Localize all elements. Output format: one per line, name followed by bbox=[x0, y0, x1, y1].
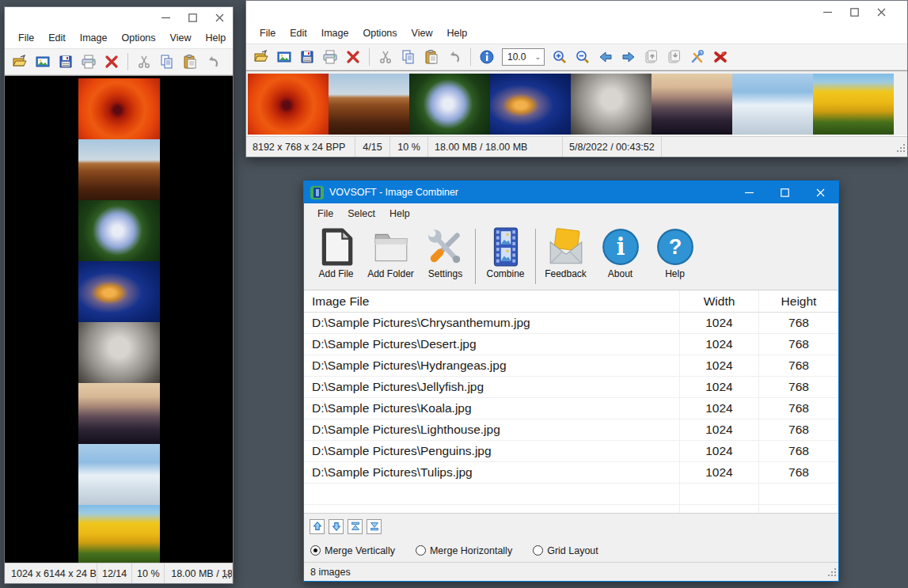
status-image-count: 8 images bbox=[304, 563, 357, 581]
table-row[interactable]: D:\Sample Pictures\Penguins.jpg 1024 768 bbox=[304, 441, 838, 462]
maximize-button[interactable] bbox=[841, 1, 868, 23]
status-index: 12/14 bbox=[97, 563, 132, 583]
close-button[interactable] bbox=[803, 181, 838, 203]
menu-view[interactable]: View bbox=[163, 29, 199, 47]
menu-image[interactable]: Image bbox=[73, 29, 115, 47]
column-header-image-file[interactable]: Image File bbox=[304, 290, 680, 312]
table-header-row[interactable]: Image File Width Height bbox=[304, 290, 838, 313]
radio-merge-vertically[interactable]: Merge Vertically bbox=[310, 545, 395, 556]
radio-merge-horizontally[interactable]: Merge Horizontally bbox=[416, 545, 512, 556]
table-row[interactable]: D:\Sample Pictures\Desert.jpg 1024 768 bbox=[304, 334, 838, 355]
delete-icon[interactable] bbox=[101, 51, 122, 72]
menu-edit[interactable]: Edit bbox=[41, 29, 73, 47]
menu-edit[interactable]: Edit bbox=[283, 25, 314, 42]
column-header-height[interactable]: Height bbox=[759, 290, 838, 312]
minimize-button[interactable] bbox=[152, 7, 179, 28]
undo-icon[interactable] bbox=[444, 47, 465, 67]
maximize-button[interactable] bbox=[767, 181, 803, 203]
maximize-button[interactable] bbox=[179, 7, 206, 28]
copy-icon[interactable] bbox=[157, 51, 177, 72]
add-folder-button[interactable]: Add Folder bbox=[363, 227, 418, 286]
open-icon[interactable] bbox=[9, 51, 30, 72]
menu-file[interactable]: File bbox=[310, 205, 340, 222]
toolbar-separator bbox=[127, 53, 128, 70]
move-to-top-button[interactable] bbox=[348, 519, 363, 534]
column-header-width[interactable]: Width bbox=[680, 290, 759, 312]
feedback-button[interactable]: Feedback bbox=[538, 227, 593, 286]
close-button[interactable] bbox=[868, 1, 895, 23]
move-to-bottom-button[interactable] bbox=[367, 519, 382, 534]
previous-image-icon[interactable] bbox=[595, 47, 616, 67]
copy-icon[interactable] bbox=[398, 47, 419, 67]
toolbar bbox=[5, 49, 233, 75]
status-index: 4/15 bbox=[355, 137, 390, 157]
slideshow-icon[interactable] bbox=[32, 51, 53, 72]
paste-icon[interactable] bbox=[421, 47, 442, 67]
resize-grip[interactable] bbox=[828, 568, 837, 579]
last-page-icon[interactable] bbox=[664, 47, 685, 67]
cut-icon[interactable] bbox=[134, 51, 154, 72]
thumbnail-penguins bbox=[78, 444, 160, 505]
print-icon[interactable] bbox=[78, 51, 99, 72]
table-row[interactable]: D:\Sample Pictures\Hydrangeas.jpg 1024 7… bbox=[304, 355, 838, 377]
merged-image-horizontal bbox=[248, 74, 907, 135]
info-icon[interactable] bbox=[477, 47, 497, 67]
print-icon[interactable] bbox=[320, 47, 340, 67]
help-button[interactable]: ? Help bbox=[648, 227, 702, 286]
titlebar[interactable] bbox=[5, 7, 233, 28]
radio-button-icon bbox=[533, 545, 543, 556]
combine-button[interactable]: Combine bbox=[478, 227, 533, 286]
minimize-button[interactable] bbox=[731, 181, 767, 203]
open-icon[interactable] bbox=[251, 47, 272, 67]
menu-file[interactable]: File bbox=[253, 25, 283, 42]
close-button[interactable] bbox=[206, 7, 233, 28]
image-canvas[interactable] bbox=[246, 70, 907, 136]
delete-icon[interactable] bbox=[343, 47, 363, 67]
add-file-button[interactable]: Add File bbox=[309, 227, 363, 286]
settings-button[interactable]: Settings bbox=[418, 227, 473, 286]
menu-help[interactable]: Help bbox=[198, 29, 233, 47]
cut-icon[interactable] bbox=[375, 47, 396, 67]
about-button[interactable]: i About bbox=[593, 227, 648, 286]
image-canvas[interactable] bbox=[5, 75, 233, 563]
first-page-icon[interactable] bbox=[641, 47, 662, 67]
titlebar[interactable]: VOVSOFT - Image Combiner bbox=[304, 181, 838, 203]
zoom-out-icon[interactable] bbox=[572, 47, 593, 67]
table-row[interactable]: D:\Sample Pictures\Tulips.jpg 1024 768 bbox=[304, 462, 838, 484]
menu-options[interactable]: Options bbox=[355, 25, 404, 42]
menu-help[interactable]: Help bbox=[382, 205, 417, 222]
menu-options[interactable]: Options bbox=[114, 29, 162, 47]
titlebar[interactable] bbox=[246, 1, 907, 23]
menu-select[interactable]: Select bbox=[340, 205, 382, 222]
table-row[interactable]: D:\Sample Pictures\Jellyfish.jpg 1024 76… bbox=[304, 377, 838, 398]
settings-tools-icon[interactable] bbox=[687, 47, 708, 67]
settings-icon bbox=[426, 227, 465, 267]
table-row[interactable]: D:\Sample Pictures\Chrysanthemum.jpg 102… bbox=[304, 313, 838, 334]
thumbnail-hydrangeas bbox=[409, 74, 490, 135]
zoom-level-combobox[interactable]: 10.0⌄ bbox=[502, 48, 545, 66]
menu-help[interactable]: Help bbox=[439, 25, 474, 42]
move-down-button[interactable] bbox=[329, 519, 344, 534]
thumbnail-lighthouse bbox=[652, 74, 732, 135]
table-row[interactable]: D:\Sample Pictures\Koala.jpg 1024 768 bbox=[304, 398, 838, 419]
save-icon[interactable] bbox=[55, 51, 76, 72]
save-icon[interactable] bbox=[297, 47, 317, 67]
resize-grip[interactable] bbox=[897, 144, 906, 155]
status-bar: 8 images bbox=[304, 562, 838, 581]
menu-file[interactable]: File bbox=[11, 29, 41, 47]
menu-image[interactable]: Image bbox=[314, 25, 356, 42]
paste-icon[interactable] bbox=[180, 51, 200, 72]
table-row[interactable]: D:\Sample Pictures\Lighthouse.jpg 1024 7… bbox=[304, 419, 838, 441]
undo-icon[interactable] bbox=[203, 51, 223, 72]
move-up-button[interactable] bbox=[310, 519, 325, 534]
radio-grid-layout[interactable]: Grid Layout bbox=[533, 545, 598, 556]
zoom-in-icon[interactable] bbox=[549, 47, 570, 67]
exit-icon[interactable] bbox=[710, 47, 731, 67]
next-image-icon[interactable] bbox=[618, 47, 639, 67]
main-toolbar: Add File Add Folder Settings Combine Fee… bbox=[304, 224, 838, 290]
menu-view[interactable]: View bbox=[405, 25, 440, 42]
minimize-button[interactable] bbox=[814, 1, 841, 23]
cell-file: D:\Sample Pictures\Tulips.jpg bbox=[304, 462, 680, 483]
resize-grip[interactable] bbox=[222, 571, 231, 582]
slideshow-icon[interactable] bbox=[274, 47, 294, 67]
